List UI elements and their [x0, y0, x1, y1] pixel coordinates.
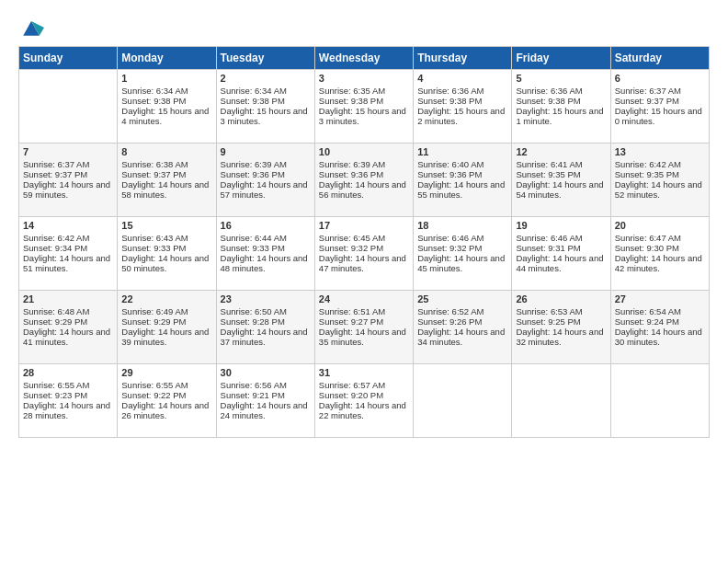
- calendar-cell: 29Sunrise: 6:55 AMSunset: 9:22 PMDayligh…: [118, 364, 216, 438]
- page-container: SundayMondayTuesdayWednesdayThursdayFrid…: [0, 0, 728, 447]
- daylight-text: Daylight: 14 hours and 47 minutes.: [319, 253, 409, 273]
- calendar-cell: 13Sunrise: 6:42 AMSunset: 9:35 PMDayligh…: [610, 144, 709, 217]
- sunrise-text: Sunrise: 6:37 AM: [615, 86, 705, 96]
- sunrise-text: Sunrise: 6:46 AM: [516, 233, 606, 243]
- daylight-text: Daylight: 14 hours and 51 minutes.: [23, 253, 113, 273]
- header-day-wednesday: Wednesday: [314, 47, 413, 70]
- day-number: 30: [221, 367, 311, 378]
- calendar-cell: 6Sunrise: 6:37 AMSunset: 9:37 PMDaylight…: [610, 70, 709, 144]
- day-number: 9: [221, 146, 311, 157]
- calendar-cell: 10Sunrise: 6:39 AMSunset: 9:36 PMDayligh…: [314, 144, 413, 217]
- sunset-text: Sunset: 9:36 PM: [221, 169, 311, 179]
- day-number: 13: [615, 146, 705, 157]
- sunset-text: Sunset: 9:27 PM: [319, 316, 409, 327]
- day-number: 14: [23, 220, 113, 231]
- sunset-text: Sunset: 9:38 PM: [417, 96, 507, 106]
- daylight-text: Daylight: 14 hours and 48 minutes.: [221, 253, 311, 273]
- calendar-cell: [414, 364, 512, 438]
- sunrise-text: Sunrise: 6:37 AM: [23, 159, 113, 169]
- calendar-week-row: 7Sunrise: 6:37 AMSunset: 9:37 PMDaylight…: [19, 144, 710, 217]
- calendar-cell: 22Sunrise: 6:49 AMSunset: 9:29 PMDayligh…: [118, 291, 216, 364]
- daylight-text: Daylight: 14 hours and 50 minutes.: [121, 253, 211, 273]
- sunset-text: Sunset: 9:33 PM: [221, 243, 311, 253]
- sunrise-text: Sunrise: 6:57 AM: [319, 380, 409, 390]
- daylight-text: Daylight: 14 hours and 54 minutes.: [516, 179, 606, 200]
- sunrise-text: Sunrise: 6:43 AM: [121, 233, 211, 243]
- sunrise-text: Sunrise: 6:47 AM: [615, 233, 705, 243]
- day-number: 15: [121, 220, 211, 231]
- daylight-text: Daylight: 14 hours and 44 minutes.: [516, 253, 606, 273]
- sunset-text: Sunset: 9:35 PM: [615, 169, 705, 179]
- calendar-cell: 25Sunrise: 6:52 AMSunset: 9:26 PMDayligh…: [414, 291, 512, 364]
- sunset-text: Sunset: 9:20 PM: [319, 390, 409, 400]
- sunset-text: Sunset: 9:26 PM: [417, 316, 507, 327]
- day-number: 25: [417, 293, 507, 304]
- calendar-cell: 16Sunrise: 6:44 AMSunset: 9:33 PMDayligh…: [216, 217, 314, 291]
- logo-icon: [18, 15, 44, 40]
- header-day-tuesday: Tuesday: [216, 47, 314, 70]
- calendar-cell: 23Sunrise: 6:50 AMSunset: 9:28 PMDayligh…: [216, 291, 314, 364]
- calendar-cell: 30Sunrise: 6:56 AMSunset: 9:21 PMDayligh…: [216, 364, 314, 438]
- day-number: 7: [23, 146, 113, 157]
- sunrise-text: Sunrise: 6:36 AM: [516, 86, 606, 96]
- sunrise-text: Sunrise: 6:48 AM: [23, 306, 113, 316]
- sunset-text: Sunset: 9:22 PM: [121, 390, 211, 400]
- sunset-text: Sunset: 9:24 PM: [615, 316, 705, 327]
- daylight-text: Daylight: 14 hours and 28 minutes.: [23, 400, 113, 420]
- calendar-header-row: SundayMondayTuesdayWednesdayThursdayFrid…: [19, 47, 710, 70]
- day-number: 12: [516, 146, 606, 157]
- daylight-text: Daylight: 15 hours and 2 minutes.: [417, 106, 507, 126]
- sunset-text: Sunset: 9:25 PM: [516, 316, 606, 327]
- calendar-table: SundayMondayTuesdayWednesdayThursdayFrid…: [18, 46, 710, 438]
- day-number: 11: [417, 146, 507, 157]
- calendar-cell: 21Sunrise: 6:48 AMSunset: 9:29 PMDayligh…: [19, 291, 118, 364]
- daylight-text: Daylight: 14 hours and 45 minutes.: [417, 253, 507, 273]
- daylight-text: Daylight: 14 hours and 32 minutes.: [516, 327, 606, 347]
- daylight-text: Daylight: 14 hours and 30 minutes.: [615, 327, 705, 347]
- daylight-text: Daylight: 15 hours and 0 minutes.: [615, 106, 705, 126]
- calendar-cell: 18Sunrise: 6:46 AMSunset: 9:32 PMDayligh…: [414, 217, 512, 291]
- sunrise-text: Sunrise: 6:55 AM: [121, 380, 211, 390]
- sunset-text: Sunset: 9:37 PM: [121, 169, 211, 179]
- calendar-cell: 11Sunrise: 6:40 AMSunset: 9:36 PMDayligh…: [414, 144, 512, 217]
- sunset-text: Sunset: 9:28 PM: [221, 316, 311, 327]
- sunset-text: Sunset: 9:30 PM: [615, 243, 705, 253]
- daylight-text: Daylight: 14 hours and 52 minutes.: [615, 179, 705, 200]
- day-number: 23: [221, 293, 311, 304]
- logo: [18, 15, 48, 40]
- day-number: 22: [121, 293, 211, 304]
- sunset-text: Sunset: 9:37 PM: [615, 96, 705, 106]
- calendar-cell: 14Sunrise: 6:42 AMSunset: 9:34 PMDayligh…: [19, 217, 118, 291]
- daylight-text: Daylight: 14 hours and 41 minutes.: [23, 327, 113, 347]
- day-number: 29: [121, 367, 211, 378]
- day-number: 20: [615, 220, 705, 231]
- daylight-text: Daylight: 15 hours and 1 minute.: [516, 106, 606, 126]
- calendar-week-row: 21Sunrise: 6:48 AMSunset: 9:29 PMDayligh…: [19, 291, 710, 364]
- sunrise-text: Sunrise: 6:56 AM: [221, 380, 311, 390]
- daylight-text: Daylight: 15 hours and 3 minutes.: [221, 106, 311, 126]
- day-number: 8: [121, 146, 211, 157]
- calendar-cell: 26Sunrise: 6:53 AMSunset: 9:25 PMDayligh…: [512, 291, 610, 364]
- header-day-monday: Monday: [118, 47, 216, 70]
- calendar-week-row: 14Sunrise: 6:42 AMSunset: 9:34 PMDayligh…: [19, 217, 710, 291]
- sunset-text: Sunset: 9:38 PM: [516, 96, 606, 106]
- sunrise-text: Sunrise: 6:53 AM: [516, 306, 606, 316]
- calendar-cell: [512, 364, 610, 438]
- sunrise-text: Sunrise: 6:54 AM: [615, 306, 705, 316]
- daylight-text: Daylight: 14 hours and 39 minutes.: [121, 327, 211, 347]
- day-number: 5: [516, 73, 606, 84]
- sunrise-text: Sunrise: 6:35 AM: [319, 86, 409, 96]
- sunset-text: Sunset: 9:38 PM: [221, 96, 311, 106]
- daylight-text: Daylight: 14 hours and 22 minutes.: [319, 400, 409, 420]
- sunset-text: Sunset: 9:34 PM: [23, 243, 113, 253]
- sunrise-text: Sunrise: 6:45 AM: [319, 233, 409, 243]
- calendar-cell: 2Sunrise: 6:34 AMSunset: 9:38 PMDaylight…: [216, 70, 314, 144]
- daylight-text: Daylight: 14 hours and 56 minutes.: [319, 179, 409, 200]
- day-number: 19: [516, 220, 606, 231]
- sunset-text: Sunset: 9:29 PM: [121, 316, 211, 327]
- daylight-text: Daylight: 14 hours and 58 minutes.: [121, 179, 211, 200]
- daylight-text: Daylight: 14 hours and 57 minutes.: [221, 179, 311, 200]
- sunrise-text: Sunrise: 6:44 AM: [221, 233, 311, 243]
- sunset-text: Sunset: 9:31 PM: [516, 243, 606, 253]
- sunrise-text: Sunrise: 6:49 AM: [121, 306, 211, 316]
